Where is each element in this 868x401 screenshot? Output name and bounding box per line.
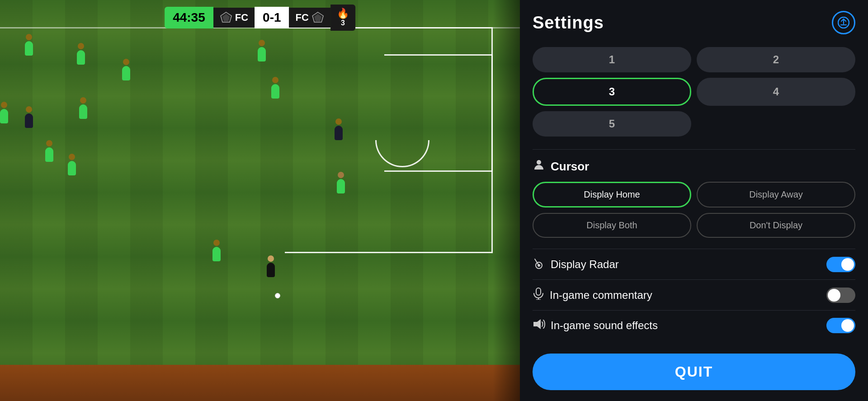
tab-3[interactable]: 3 [533, 78, 691, 106]
share-button[interactable] [832, 11, 855, 34]
game-fade [493, 0, 520, 401]
sound-effects-label: In-game sound effects [551, 319, 658, 332]
quit-button[interactable]: QUIT [533, 354, 855, 390]
quit-section: QUIT [533, 344, 855, 390]
display-radar-row: Display Radar [533, 249, 855, 279]
player-figure [271, 77, 279, 99]
cursor-display-both[interactable]: Display Both [533, 213, 691, 238]
player-figure [0, 102, 8, 123]
player-figure [212, 240, 221, 261]
sound-effects-left: In-game sound effects [533, 318, 658, 333]
player-figure [79, 97, 87, 119]
svg-marker-11 [533, 319, 541, 329]
radar-icon [533, 256, 545, 272]
tab-2[interactable]: 2 [697, 47, 855, 72]
player-figure [335, 118, 343, 140]
player-figure [45, 140, 53, 162]
commentary-toggle[interactable] [826, 288, 855, 303]
cursor-icon [533, 159, 545, 175]
speaker-icon [533, 318, 545, 333]
player-figure [258, 40, 266, 61]
display-radar-left: Display Radar [533, 256, 619, 272]
referee-figure [267, 255, 275, 277]
settings-panel: Settings 1 2 3 4 5 Cursor Di [520, 0, 868, 401]
cursor-options: Display Home Display Away Display Both D… [533, 182, 855, 238]
display-radar-label: Display Radar [551, 258, 619, 271]
commentary-label: In-game commentary [550, 289, 652, 302]
hud-scoreboard: 44:35 FC 0-1 FC 🔥 3 [165, 5, 355, 31]
player-figure [68, 154, 76, 175]
field-track [0, 365, 520, 401]
tab-grid: 1 2 3 4 5 [533, 47, 855, 137]
cursor-label: Cursor [551, 160, 589, 174]
player-figure [77, 43, 85, 65]
tab-1[interactable]: 1 [533, 47, 691, 72]
game-score: 0-1 [255, 7, 289, 28]
player-figure [337, 172, 345, 193]
svg-rect-8 [536, 288, 541, 295]
tab-4[interactable]: 4 [697, 78, 855, 106]
cursor-section-header: Cursor [533, 159, 855, 175]
player-figure [25, 106, 33, 128]
sound-effects-toggle[interactable] [826, 318, 855, 333]
commentary-row: In-game commentary [533, 279, 855, 310]
game-area: 44:35 FC 0-1 FC 🔥 3 [0, 0, 520, 401]
commentary-left: In-game commentary [533, 287, 652, 303]
team1-icon [220, 11, 232, 24]
cursor-display-home[interactable]: Display Home [533, 182, 691, 208]
cursor-section: Cursor Display Home Display Away Display… [533, 149, 855, 238]
sound-effects-row: In-game sound effects [533, 310, 855, 340]
player-figure [122, 59, 130, 80]
game-timer: 44:35 [165, 7, 213, 28]
settings-title: Settings [533, 13, 604, 33]
team1-hud: FC [213, 8, 255, 28]
team2-hud: FC [289, 8, 330, 28]
player-figure [25, 34, 33, 56]
svg-point-5 [537, 160, 541, 165]
display-radar-toggle[interactable] [826, 257, 855, 272]
cursor-dont-display[interactable]: Don't Display [697, 213, 855, 238]
cursor-display-away[interactable]: Display Away [697, 182, 855, 208]
team2-icon [311, 11, 324, 24]
settings-header: Settings [533, 11, 855, 34]
microphone-icon [533, 287, 544, 303]
soccer-ball [275, 293, 280, 298]
fire-indicator: 🔥 3 [330, 5, 355, 31]
tab-5[interactable]: 5 [533, 111, 691, 137]
